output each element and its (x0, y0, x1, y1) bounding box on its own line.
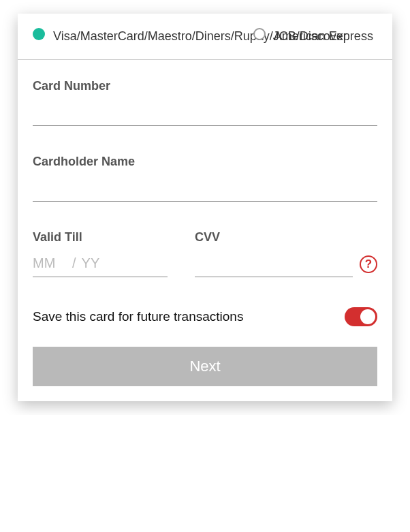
expiry-year-input[interactable] (82, 255, 116, 271)
toggle-knob-icon (360, 309, 375, 324)
radio-unselected-icon (253, 28, 266, 40)
save-card-toggle[interactable] (345, 307, 377, 326)
cardholder-label: Cardholder Name (33, 155, 377, 169)
card-type-option-amex[interactable]: American Express (253, 26, 377, 47)
next-button[interactable]: Next (33, 347, 377, 386)
cvv-help-icon[interactable]: ? (360, 255, 377, 273)
cvv-label: CVV (195, 230, 377, 245)
cardholder-input[interactable] (33, 174, 377, 202)
save-card-row: Save this card for future transactions (18, 303, 392, 347)
radio-selected-icon (33, 28, 45, 40)
save-card-label: Save this card for future transactions (33, 309, 243, 324)
expiry-cvv-row: Valid Till / CVV ? (33, 230, 377, 277)
valid-till-group: Valid Till / (33, 230, 168, 277)
expiry-input-wrap: / (33, 250, 168, 277)
cardholder-group: Cardholder Name (33, 155, 377, 202)
payment-card-form: Visa/MasterCard/Maestro/Diners/Rupay/JCB… (18, 14, 392, 401)
form-body: Card Number Cardholder Name Valid Till /… (18, 60, 392, 277)
expiry-month-input[interactable] (33, 255, 67, 271)
expiry-separator: / (72, 255, 76, 271)
card-type-selector: Visa/MasterCard/Maestro/Diners/Rupay/JCB… (18, 14, 392, 60)
valid-till-label: Valid Till (33, 230, 168, 245)
card-type-label-amex: American Express (274, 26, 373, 47)
card-number-group: Card Number (33, 79, 377, 126)
cvv-group: CVV ? (195, 230, 377, 277)
card-type-option-visa[interactable]: Visa/MasterCard/Maestro/Diners/Rupay/JCB… (33, 26, 253, 47)
card-number-label: Card Number (33, 79, 377, 93)
cvv-row: ? (195, 250, 377, 277)
cvv-input[interactable] (195, 250, 353, 277)
card-number-input[interactable] (33, 99, 377, 126)
